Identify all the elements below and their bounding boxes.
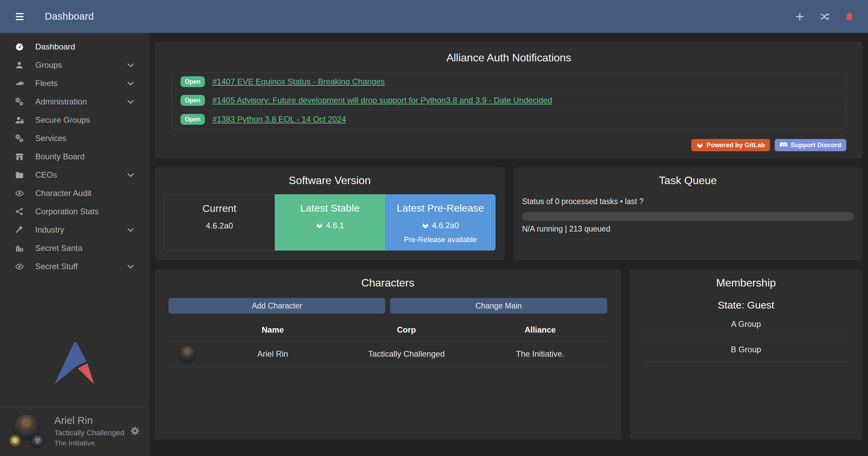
alliance-auth-app: Dashboard	[0, 0, 868, 456]
gitlab-badge[interactable]: Powered by GitLab	[691, 139, 770, 151]
bottom-row: Characters Add Character Change Main Nam…	[155, 269, 863, 440]
sidebar-item-fleets[interactable]: Fleets	[0, 74, 149, 93]
notifications-panel: Alliance Auth Notifications Open #1407 E…	[155, 41, 863, 159]
column-header-alliance: Alliance	[473, 325, 607, 335]
navbar-actions	[795, 11, 854, 22]
sidebar-item-label: Corporation Stats	[35, 207, 99, 216]
user-info: Ariel Rin Tactically Challenged The Init…	[54, 415, 124, 447]
user-name: Ariel Rin	[54, 415, 124, 426]
sidebar-item-character-audit[interactable]: Character Audit	[0, 184, 149, 202]
user-alliance: The Initiative.	[54, 439, 124, 447]
menu-toggle-button[interactable]	[14, 12, 26, 22]
folder-icon	[12, 171, 27, 180]
add-character-button[interactable]: Add Character	[169, 298, 385, 314]
sidebar-item-secret-stuff[interactable]: Secret Stuff	[0, 257, 149, 276]
corp-logo-badge	[8, 434, 22, 448]
characters-table-header: Name Corp Alliance	[169, 320, 607, 341]
eye-icon	[12, 262, 27, 271]
notification-link[interactable]: #1407 EVE Equinox Status - Breaking Chan…	[212, 77, 385, 86]
main-content: Alliance Auth Notifications Open #1407 E…	[149, 33, 868, 456]
sidebar-item-secure-groups[interactable]: Secure Groups	[0, 111, 149, 129]
sidebar-item-label: Bounty Board	[35, 152, 84, 161]
sidebar-item-label: Secret Stuff	[35, 262, 78, 271]
gifts-icon	[12, 244, 27, 253]
membership-state: State: Guest	[640, 299, 852, 311]
notification-link[interactable]: #1383 Python 3.8 EOL - 14 Oct 2024	[212, 115, 346, 124]
change-main-button[interactable]: Change Main	[390, 298, 607, 314]
shuffle-icon	[819, 12, 830, 22]
gitlab-icon	[422, 222, 429, 229]
sidebar-item-label: Fleets	[35, 79, 57, 88]
status-badge: Open	[180, 95, 205, 106]
sidebar-item-bounty-board[interactable]: Bounty Board	[0, 147, 149, 166]
membership-title: Membership	[640, 277, 852, 289]
column-header-corp: Corp	[340, 325, 473, 335]
share-icon	[12, 207, 27, 216]
chevron-down-icon	[126, 225, 135, 234]
page-title: Dashboard	[45, 11, 94, 22]
add-button[interactable]	[795, 12, 805, 22]
notification-row: Open #1383 Python 3.8 EOL - 14 Oct 2024	[172, 110, 846, 128]
task-queue-progress-bar	[522, 212, 854, 221]
chevron-down-icon	[126, 262, 135, 271]
sidebar-item-administration[interactable]: Administration	[0, 93, 149, 111]
discord-badge[interactable]: Support Discord	[775, 139, 846, 151]
sidebar-item-label: Groups	[35, 60, 62, 70]
sidebar-item-label: Character Audit	[35, 189, 91, 198]
gear-icon	[130, 425, 140, 436]
user-settings-button[interactable]	[130, 425, 140, 436]
notification-link[interactable]: #1405 Advisory: Future development will …	[212, 96, 552, 105]
sidebar-item-label: Dashboard	[35, 42, 75, 52]
user-lock-icon	[12, 116, 27, 125]
status-badge: Open	[180, 114, 205, 125]
software-version-title: Software Version	[164, 174, 496, 187]
current-version-box: Current 4.6.2a0	[164, 194, 275, 251]
hamburger-icon	[14, 12, 26, 22]
chevron-down-icon	[126, 61, 135, 70]
top-navbar: Dashboard	[0, 0, 868, 33]
gears-icon	[12, 134, 27, 143]
middle-row: Software Version Current 4.6.2a0 Latest …	[155, 167, 863, 260]
notifications-footer: Powered by GitLab Support Discord	[171, 139, 846, 151]
notifications-list: Open #1407 EVE Equinox Status - Breaking…	[171, 72, 846, 129]
sidebar-item-label: Industry	[35, 225, 64, 235]
sidebar-item-label: CEOs	[35, 170, 57, 180]
column-header-name: Name	[206, 325, 340, 335]
discord-icon	[780, 142, 788, 148]
task-queue-panel: Task Queue Status of 0 processed tasks •…	[513, 167, 863, 260]
sidebar-item-label: Secret Santa	[35, 243, 82, 253]
sidebar-item-secret-santa[interactable]: Secret Santa	[0, 239, 149, 257]
sidebar-spacer	[0, 276, 149, 341]
sidebar-item-groups[interactable]: Groups	[0, 56, 149, 74]
switch-character-button[interactable]	[819, 12, 830, 22]
character-corp: Tactically Challenged	[340, 349, 473, 359]
latest-stable-version: 4.6.1	[326, 221, 344, 230]
sidebar-item-label: Administration	[35, 97, 87, 106]
notifications-title: Alliance Auth Notifications	[171, 52, 846, 64]
gitlab-icon	[316, 222, 323, 229]
latest-stable-label: Latest Stable	[275, 202, 385, 214]
membership-panel: Membership State: Guest A Group B Group	[630, 269, 863, 440]
notification-row: Open #1407 EVE Equinox Status - Breaking…	[172, 73, 846, 91]
sidebar-item-industry[interactable]: Industry	[0, 221, 149, 239]
user-icon	[12, 61, 27, 70]
sidebar-item-services[interactable]: Services	[0, 129, 149, 147]
software-version-panel: Software Version Current 4.6.2a0 Latest …	[155, 167, 504, 260]
user-corporation: Tactically Challenged	[54, 429, 124, 437]
status-badge: Open	[180, 76, 205, 87]
sidebar-item-dashboard[interactable]: Dashboard	[0, 38, 149, 56]
membership-group: B Group	[644, 336, 848, 362]
hammer-icon	[12, 225, 27, 235]
latest-prerelease-box: Latest Pre-Release 4.6.2a0 Pre-Release a…	[385, 194, 496, 251]
character-portrait	[178, 345, 196, 363]
current-version-label: Current	[164, 203, 275, 214]
task-queue-counts: N/A running | 213 queued	[522, 224, 854, 234]
sidebar-item-ceos[interactable]: CEOs	[0, 166, 149, 184]
chevron-down-icon	[126, 171, 135, 179]
sidebar-item-label: Secure Groups	[35, 115, 90, 125]
latest-prerelease-version: 4.6.2a0	[432, 221, 459, 230]
character-name: Ariel Rin	[206, 349, 340, 359]
sidebar-item-corporation-stats[interactable]: Corporation Stats	[0, 202, 149, 221]
notifications-button[interactable]	[844, 11, 854, 22]
character-alliance: The Initiative.	[473, 349, 607, 359]
